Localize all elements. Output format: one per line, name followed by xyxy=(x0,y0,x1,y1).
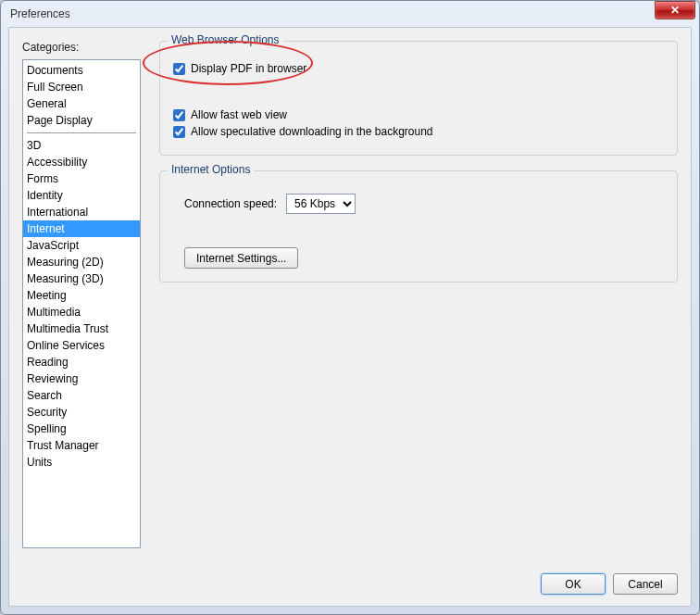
category-item[interactable]: Measuring (3D) xyxy=(23,270,140,287)
display-pdf-row: Display PDF in browser xyxy=(173,62,664,75)
category-item[interactable]: Online Services xyxy=(23,337,140,354)
preferences-window: Preferences ✕ Categories: DocumentsFull … xyxy=(0,0,700,615)
connection-speed-select[interactable]: 56 Kbps xyxy=(286,194,356,214)
category-item[interactable]: Identity xyxy=(23,187,140,204)
categories-column: Categories: DocumentsFull ScreenGeneralP… xyxy=(22,41,141,548)
web-browser-options-group: Web Browser Options Display PDF in brows… xyxy=(159,41,678,156)
category-item[interactable]: Full Screen xyxy=(23,79,140,95)
category-item[interactable]: Multimedia xyxy=(23,304,140,320)
category-item[interactable]: Trust Manager xyxy=(23,437,140,454)
speculative-row: Allow speculative downloading in the bac… xyxy=(173,125,664,138)
category-item[interactable]: Forms xyxy=(23,170,140,187)
category-item[interactable]: Units xyxy=(23,454,140,471)
category-separator xyxy=(27,132,136,133)
category-item[interactable]: Page Display xyxy=(23,112,140,129)
category-item[interactable]: Internet xyxy=(23,220,140,237)
category-item[interactable]: Reviewing xyxy=(23,370,140,387)
category-item[interactable]: 3D xyxy=(23,137,140,154)
fast-web-label: Allow fast web view xyxy=(191,108,287,121)
categories-label: Categories: xyxy=(22,41,141,54)
category-item[interactable]: Meeting xyxy=(23,287,140,304)
display-pdf-label: Display PDF in browser xyxy=(191,62,306,75)
speculative-checkbox[interactable] xyxy=(173,126,185,138)
categories-list[interactable]: DocumentsFull ScreenGeneralPage Display3… xyxy=(22,59,141,548)
category-item[interactable]: Reading xyxy=(23,354,140,370)
web-browser-options-title: Web Browser Options xyxy=(168,33,283,46)
settings-panel: Web Browser Options Display PDF in brows… xyxy=(159,41,678,548)
speculative-label: Allow speculative downloading in the bac… xyxy=(191,125,433,138)
category-item[interactable]: Multimedia Trust xyxy=(23,320,140,337)
internet-options-title: Internet Options xyxy=(168,163,254,176)
internet-options-group: Internet Options Connection speed: 56 Kb… xyxy=(159,170,678,282)
cancel-button[interactable]: Cancel xyxy=(613,573,678,595)
category-item[interactable]: International xyxy=(23,204,140,220)
category-item[interactable]: General xyxy=(23,95,140,112)
category-item[interactable]: Spelling xyxy=(23,420,140,437)
category-item[interactable]: Accessibility xyxy=(23,154,140,170)
category-item[interactable]: Documents xyxy=(23,62,140,79)
close-icon: ✕ xyxy=(670,4,680,17)
connection-speed-label: Connection speed: xyxy=(184,197,277,210)
category-item[interactable]: Search xyxy=(23,387,140,404)
fast-web-row: Allow fast web view xyxy=(173,108,664,121)
internet-settings-button[interactable]: Internet Settings... xyxy=(184,247,298,269)
titlebar: Preferences ✕ xyxy=(1,1,699,27)
content-area: Categories: DocumentsFull ScreenGeneralP… xyxy=(9,28,691,561)
category-item[interactable]: Security xyxy=(23,404,140,420)
dialog-buttons: OK Cancel xyxy=(541,573,678,595)
ok-button[interactable]: OK xyxy=(541,573,606,595)
fast-web-checkbox[interactable] xyxy=(173,109,185,121)
window-title: Preferences xyxy=(10,7,70,20)
connection-speed-row: Connection speed: 56 Kbps xyxy=(184,194,664,214)
close-button[interactable]: ✕ xyxy=(655,1,695,19)
category-item[interactable]: Measuring (2D) xyxy=(23,254,140,270)
client-area: Categories: DocumentsFull ScreenGeneralP… xyxy=(8,27,692,607)
display-pdf-checkbox[interactable] xyxy=(173,63,185,75)
category-item[interactable]: JavaScript xyxy=(23,237,140,254)
